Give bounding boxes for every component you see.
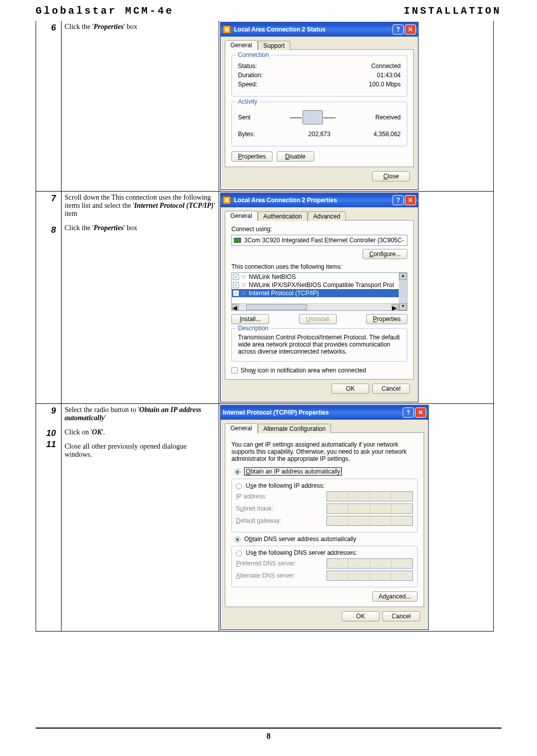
install-button[interactable]: Install...	[231, 314, 269, 324]
nic-combo[interactable]: 3Com 3C920 Integrated Fast Ethernet Cont…	[231, 235, 407, 246]
step-number: 7 8	[36, 192, 62, 404]
close-button[interactable]: ✕	[405, 195, 416, 205]
close-button[interactable]: ✕	[415, 407, 426, 418]
bytes-label: Bytes:	[238, 131, 255, 138]
network-icon	[223, 25, 231, 34]
cancel-button[interactable]: Cancel	[372, 384, 410, 394]
help-button[interactable]: ?	[393, 24, 404, 35]
nic-icon	[234, 238, 241, 243]
ok-button[interactable]: OK	[342, 611, 379, 621]
activity-legend: Activity	[236, 98, 259, 105]
ip-label: IP address:	[236, 493, 312, 500]
status-dialog: Local Area Connection 2 Status ? ✕ Gener…	[220, 22, 419, 190]
gateway-label: Default gateway:	[236, 517, 312, 524]
pdns-input: ...	[326, 558, 413, 569]
nic-name: 3Com 3C920 Integrated Fast Ethernet Cont…	[244, 237, 404, 244]
tab-general[interactable]: General	[225, 423, 258, 433]
show-icon-checkbox[interactable]	[231, 367, 237, 373]
radio-auto-dns[interactable]	[234, 537, 241, 543]
title-bar: Internet Protocol (TCP/IP) Properties ? …	[221, 405, 428, 420]
radio-auto-ip-label: Obtain an IP address automatically	[244, 467, 342, 476]
close-dialog-button[interactable]: Close	[372, 171, 410, 181]
disable-button[interactable]: Disable	[277, 151, 314, 162]
intro-text: You can get IP settings assigned automat…	[231, 441, 417, 462]
checkbox-icon[interactable]	[233, 290, 239, 296]
step-number: 6	[36, 21, 62, 192]
show-icon-label: Show icon in notification area when conn…	[241, 367, 366, 374]
received-label: Received	[375, 114, 401, 121]
tab-advanced[interactable]: Advanced	[308, 211, 346, 221]
page-header: Globalstar MCM-4e INSTALLATION	[36, 5, 501, 21]
duration-value: 01:43:04	[377, 72, 401, 79]
tab-general[interactable]: General	[225, 211, 258, 220]
scrollbar-horizontal[interactable]: ◀▶	[232, 303, 399, 310]
duration-label: Duration:	[238, 72, 263, 79]
ok-button[interactable]: OK	[332, 384, 369, 394]
ip-input: ...	[326, 491, 413, 501]
dialog-title: Local Area Connection 2 Properties	[234, 197, 337, 204]
scrollbar-vertical[interactable]: ▲▼	[399, 273, 407, 310]
close-button[interactable]: ✕	[405, 24, 416, 35]
speed-label: Speed:	[238, 81, 257, 88]
description-text: Transmission Control Protocol/Internet P…	[238, 334, 401, 355]
tcpip-properties-dialog: Internet Protocol (TCP/IP) Properties ? …	[220, 405, 429, 630]
properties-button[interactable]: Properties	[366, 314, 407, 324]
header-right: INSTALLATION	[404, 5, 501, 17]
network-icon	[223, 196, 231, 204]
speed-value: 100.0 Mbps	[369, 81, 401, 88]
items-listbox[interactable]: ☞NWLink NetBIOS ☞NWLink IPX/SPX/NetBIOS …	[231, 272, 407, 311]
configure-button[interactable]: Configure...	[363, 249, 407, 259]
dialog-title: Local Area Connection 2 Status	[234, 26, 325, 33]
radio-use-dns[interactable]	[236, 550, 242, 556]
page-footer: 8	[36, 728, 501, 741]
checkbox-icon[interactable]	[233, 274, 239, 280]
tab-support[interactable]: Support	[258, 41, 290, 50]
properties-button[interactable]: Properties	[231, 151, 273, 162]
status-value: Connected	[371, 62, 401, 70]
header-left: Globalstar MCM-4e	[36, 5, 174, 17]
list-item-selected[interactable]: Internet Protocol (TCP/IP)	[249, 290, 319, 297]
help-button[interactable]: ?	[403, 407, 414, 418]
screenshot-cell: Local Area Connection 2 Status ? ✕ Gener…	[219, 21, 494, 192]
title-bar: Local Area Connection 2 Properties ? ✕	[221, 193, 418, 207]
connection-legend: Connection	[236, 51, 271, 58]
sent-label: Sent	[238, 114, 251, 121]
connection-properties-dialog: Local Area Connection 2 Properties ? ✕ G…	[220, 193, 419, 402]
radio-auto-ip[interactable]	[234, 469, 241, 475]
title-bar: Local Area Connection 2 Status ? ✕	[221, 22, 418, 37]
pdns-label: Preferred DNS server:	[236, 560, 312, 567]
gateway-input: ...	[326, 516, 413, 526]
step-number: 9 10 11	[36, 404, 62, 632]
step-instruction: Select the radio button to 'Obtain an IP…	[62, 404, 219, 632]
activity-icon	[303, 110, 323, 124]
bytes-received: 4,358,062	[374, 131, 401, 138]
bytes-sent: 202,673	[308, 131, 330, 138]
cancel-button[interactable]: Cancel	[382, 611, 420, 621]
radio-auto-dns-label: Obtain DNS server address automatically	[244, 536, 356, 543]
screenshot-cell: Internet Protocol (TCP/IP) Properties ? …	[219, 404, 494, 632]
page-number: 8	[266, 732, 271, 740]
checkbox-icon[interactable]	[233, 282, 239, 288]
list-item[interactable]: NWLink IPX/SPX/NetBIOS Compatible Transp…	[249, 281, 394, 289]
advanced-button[interactable]: Advanced...	[372, 591, 417, 602]
description-legend: Description	[236, 325, 271, 332]
help-button[interactable]: ?	[393, 195, 404, 205]
instructions-table: 6 Click the 'Properties' box Local Area …	[36, 21, 494, 632]
step-instruction: Click the 'Properties' box	[62, 21, 219, 192]
radio-use-ip[interactable]	[236, 483, 242, 489]
mask-label: Subnet mask:	[236, 505, 312, 512]
radio-use-dns-label: Use the following DNS server addresses:	[246, 549, 357, 556]
tab-general[interactable]: General	[225, 40, 258, 50]
items-label: This connection uses the following items…	[231, 263, 407, 270]
tab-alternate[interactable]: Alternate Configuration	[258, 424, 332, 433]
screenshot-cell: Local Area Connection 2 Properties ? ✕ G…	[219, 192, 494, 404]
list-item[interactable]: NWLink NetBIOS	[249, 273, 296, 280]
step-instruction: Scroll down the This connection uses the…	[62, 192, 219, 404]
uninstall-button[interactable]: Uninstall	[299, 314, 337, 324]
connect-using-label: Connect using:	[231, 226, 407, 233]
radio-use-ip-label: Use the following IP address:	[246, 482, 324, 489]
status-label: Status:	[238, 62, 257, 70]
tab-authentication[interactable]: Authentication	[258, 211, 308, 221]
dialog-title: Internet Protocol (TCP/IP) Properties	[223, 409, 329, 416]
mask-input: ...	[326, 503, 413, 514]
